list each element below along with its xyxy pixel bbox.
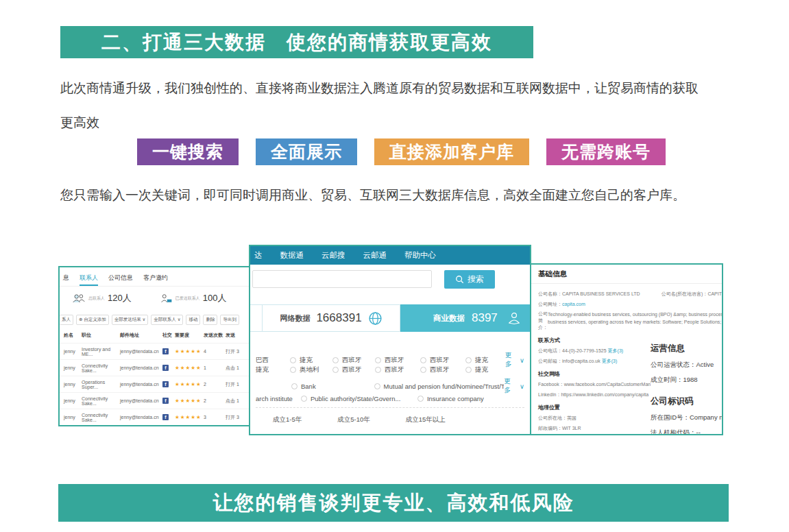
tab-customer-invite[interactable]: 客户邀约 bbox=[143, 274, 168, 286]
country-option[interactable]: 西班牙 bbox=[420, 356, 465, 365]
filter-lead: 巴西 bbox=[256, 356, 290, 365]
country-option[interactable]: 西班牙 bbox=[332, 365, 375, 374]
stat-label: 已发送联系人 bbox=[175, 295, 200, 302]
radio-icon[interactable] bbox=[375, 357, 381, 363]
table-row[interactable]: jennyInvestory and ME... jenny@tendata.c… bbox=[60, 343, 256, 359]
importance-stars: ★★★★★ bbox=[175, 414, 204, 420]
intro-line-1: 此次商情通升级，我们独创性的、直接将商业数据注入腾道原有的贸易数据和互联网数据中… bbox=[60, 71, 753, 106]
radio-icon[interactable] bbox=[301, 396, 307, 402]
stat-value: 100人 bbox=[203, 292, 227, 304]
radio-icon[interactable] bbox=[290, 357, 296, 363]
chevron-down-icon: ∨ bbox=[178, 317, 181, 322]
contacts-table-header: 姓名 职位 邮件地址 社交 重要度 发送次数 发送 bbox=[60, 328, 256, 343]
keyword-note: 您只需输入一次关键词，即可同时调用商业、贸易、互联网三大数据库信息，高效全面建立… bbox=[60, 186, 753, 204]
radio-icon[interactable] bbox=[420, 367, 426, 373]
country-option[interactable]: 西班牙 bbox=[375, 356, 420, 365]
search-icon bbox=[455, 275, 464, 284]
operation-section-header: 运营信息 bbox=[651, 343, 723, 354]
group-icon bbox=[72, 293, 86, 304]
badge-no-account-switch: 无需跨账号 bbox=[546, 138, 666, 165]
col-importance: 重要度 bbox=[175, 332, 204, 339]
nav-item-datatong[interactable]: 数据通 bbox=[280, 250, 304, 261]
plus-circle-icon: ⊕ bbox=[79, 317, 82, 322]
tab-contacts[interactable]: 联系人 bbox=[80, 274, 98, 286]
stat-total-contacts: 总联系人 120人 bbox=[72, 292, 132, 304]
send-result-filter[interactable]: 全部发送结果 ∨ bbox=[112, 315, 149, 325]
delete-button[interactable]: 删除 bbox=[203, 315, 217, 325]
contact-filter[interactable]: 全部联系人 ∨ bbox=[151, 315, 183, 325]
type-option[interactable]: Bank bbox=[291, 383, 374, 390]
facebook-icon[interactable]: f bbox=[162, 381, 169, 387]
table-row[interactable]: jennyConnectivity Sake... jenny@tendata.… bbox=[60, 392, 256, 409]
partial-contacts-chip[interactable]: 系人 bbox=[60, 315, 73, 325]
importance-stars: ★★★★★ bbox=[175, 381, 204, 387]
facebook-icon[interactable]: f bbox=[162, 414, 169, 420]
col-email: 邮件地址 bbox=[120, 332, 162, 339]
basic-info-header: 基础信息 bbox=[531, 265, 722, 284]
importance-stars: ★★★★★ bbox=[175, 398, 204, 404]
move-button[interactable]: 移动 bbox=[186, 315, 200, 325]
phone-more-link[interactable]: 更多(3) bbox=[608, 348, 624, 353]
importance-stars: ★★★★★ bbox=[175, 348, 204, 354]
country-option[interactable]: 捷克 bbox=[465, 365, 505, 374]
radio-icon[interactable] bbox=[374, 383, 380, 389]
stat-sent-contacts: 已发送联系人 100人 bbox=[160, 292, 227, 304]
nav-item-partial[interactable]: 达 bbox=[254, 250, 263, 261]
tab-web-data[interactable]: 网络数据 1668391 bbox=[262, 304, 400, 332]
custom-add-button[interactable]: ⊕ 自定义添加 bbox=[76, 315, 109, 325]
feature-badges: 一键搜索 全面展示 直接添加客户库 无需跨账号 bbox=[137, 138, 666, 165]
country-option[interactable]: 奥地利 bbox=[290, 365, 332, 374]
chevron-down-icon: ∨ bbox=[143, 317, 146, 322]
founded-option[interactable]: 成立1-5年 bbox=[273, 415, 302, 424]
table-row[interactable]: jennyConnectivity Sake... jenny@tendata.… bbox=[60, 409, 256, 425]
country-option[interactable]: 捷克 bbox=[290, 356, 332, 365]
more-link[interactable]: 更多∨ bbox=[505, 351, 524, 369]
tab-business-data[interactable]: 商业数据 8397 bbox=[400, 304, 530, 332]
website-link[interactable]: capita.com bbox=[562, 302, 585, 306]
description-row: 公司简介： Technology-enabled business servic… bbox=[538, 311, 722, 331]
nav-item-yunyousou[interactable]: 云邮搜 bbox=[321, 250, 345, 261]
search-button[interactable]: 搜索 bbox=[444, 270, 495, 289]
email-more-link[interactable]: 更多(3) bbox=[602, 359, 618, 363]
tab-company-info[interactable]: 公司信息 bbox=[108, 274, 133, 286]
facebook-icon[interactable]: f bbox=[162, 348, 169, 354]
search-input[interactable] bbox=[252, 270, 432, 288]
tab-info-partial[interactable]: 息 bbox=[63, 274, 69, 286]
id-section-header: 公司标识码 bbox=[651, 396, 723, 407]
type-option[interactable]: Insurance company bbox=[417, 395, 484, 402]
company-type-row: arch institute Public authority/State/Go… bbox=[256, 392, 524, 404]
country-option[interactable]: 西班牙 bbox=[375, 365, 420, 374]
founded-option[interactable]: 成立5-10年 bbox=[337, 415, 370, 424]
radio-icon[interactable] bbox=[465, 357, 472, 363]
nav-item-help-center[interactable]: 帮助中心 bbox=[404, 250, 436, 261]
radio-icon[interactable] bbox=[417, 396, 424, 402]
radio-icon[interactable] bbox=[420, 357, 426, 363]
importance-stars: ★★★★★ bbox=[175, 365, 204, 371]
table-row[interactable]: jennyOperations Super... jenny@tendata.c… bbox=[60, 376, 256, 392]
type-option[interactable]: Public authority/State/Govern... bbox=[301, 395, 417, 402]
country-option[interactable]: 捷克 bbox=[465, 356, 505, 365]
contacts-tab-bar: 息 联系人 公司信息 客户邀约 bbox=[60, 267, 256, 287]
type-option[interactable]: Mutual and pension fund/Nominee/Trust/Tr… bbox=[374, 383, 505, 390]
country-option[interactable]: 西班牙 bbox=[420, 365, 465, 374]
status-row: 公司运营状态：Active bbox=[651, 361, 723, 370]
country-option[interactable]: 西班牙 bbox=[332, 356, 375, 365]
more-link[interactable]: 更多∨ bbox=[504, 377, 524, 395]
radio-icon[interactable] bbox=[332, 357, 339, 363]
radio-icon[interactable] bbox=[465, 367, 472, 373]
nav-item-yunyoutong[interactable]: 云邮通 bbox=[363, 250, 387, 261]
table-row[interactable]: jennyConnectivity Sake... jenny@tendata.… bbox=[60, 359, 256, 376]
export-button[interactable]: 导出到 bbox=[220, 315, 239, 325]
facebook-icon[interactable]: f bbox=[162, 398, 169, 404]
col-title: 职位 bbox=[82, 332, 120, 339]
dashed-divider bbox=[256, 407, 524, 408]
founded-option[interactable]: 成立15年以上 bbox=[406, 415, 446, 424]
chevron-down-icon: ∨ bbox=[520, 356, 524, 364]
linkedin-url[interactable]: https://www.linkedin.com/company/capita bbox=[561, 392, 648, 397]
radio-icon[interactable] bbox=[290, 367, 296, 373]
radio-icon[interactable] bbox=[291, 383, 298, 389]
radio-icon[interactable] bbox=[332, 367, 339, 373]
facebook-icon[interactable]: f bbox=[162, 365, 169, 371]
col-send-status: 发送 bbox=[226, 332, 250, 339]
radio-icon[interactable] bbox=[375, 367, 381, 373]
